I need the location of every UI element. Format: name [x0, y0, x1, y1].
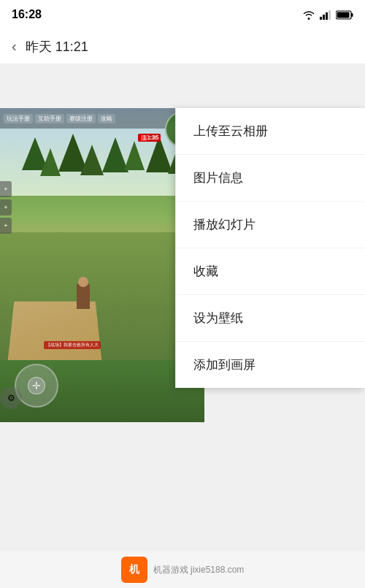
watermark: 机 机器游戏 jixie5188.com [0, 551, 365, 588]
svg-rect-1 [323, 15, 325, 20]
joystick-center: ✛ [28, 377, 45, 394]
game-red-tag: 【战场】我要击败所有人大 [44, 341, 101, 349]
game-screenshot: 玩法手册 互助手册 赛级注册 攻略 136 11:35 + + + ✛ [0, 108, 204, 422]
game-ui-item2: 互助手册 [35, 114, 64, 123]
side-btn-3[interactable]: + [0, 218, 12, 234]
context-menu: 上传至云相册 图片信息 播放幻灯片 收藏 设为壁纸 添加到画屏 [175, 108, 365, 388]
menu-item-info[interactable]: 图片信息 [176, 155, 365, 202]
nav-bar: ‹ 昨天 11:21 [0, 29, 365, 64]
game-ui-item4: 攻略 [98, 114, 115, 123]
svg-rect-6 [337, 12, 350, 18]
svg-rect-5 [351, 13, 353, 17]
svg-rect-3 [328, 10, 331, 20]
menu-item-wallpaper[interactable]: 设为壁纸 [176, 295, 365, 342]
status-icons [302, 9, 353, 20]
menu-item-add-screen[interactable]: 添加到画屏 [176, 342, 365, 388]
side-buttons: + + + [0, 181, 12, 234]
status-bar: 16:28 [0, 0, 365, 29]
signal-icon [320, 9, 331, 20]
status-time: 16:28 [12, 8, 42, 21]
svg-rect-0 [320, 17, 322, 20]
wifi-icon [302, 9, 315, 20]
battery-icon [336, 10, 353, 20]
back-button[interactable]: ‹ [12, 38, 17, 55]
watermark-text: 机器游戏 jixie5188.com [153, 564, 245, 576]
nav-title: 昨天 11:21 [26, 38, 88, 56]
game-bottom-icon-left[interactable]: ⚙ [0, 387, 22, 409]
main-content: 玩法手册 互助手册 赛级注册 攻略 136 11:35 + + + ✛ [0, 64, 365, 588]
watermark-logo: 机 [121, 557, 147, 583]
side-btn-1[interactable]: + [0, 181, 12, 197]
game-ui-item1: 玩法手册 [4, 114, 33, 123]
game-ui-item3: 赛级注册 [66, 114, 96, 123]
menu-item-slideshow[interactable]: 播放幻灯片 [176, 202, 365, 248]
svg-rect-2 [326, 12, 328, 20]
side-btn-2[interactable]: + [0, 199, 12, 215]
menu-item-upload[interactable]: 上传至云相册 [176, 108, 365, 155]
game-time: 11:35 [142, 134, 159, 141]
menu-item-collect[interactable]: 收藏 [176, 248, 365, 295]
